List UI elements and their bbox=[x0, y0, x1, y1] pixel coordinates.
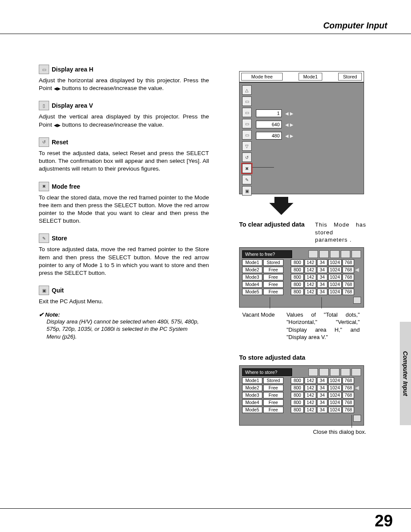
cell-total-dots: 800 bbox=[291, 259, 303, 266]
clear-heading-row: To clear adjusted data This Mode has sto… bbox=[239, 221, 366, 244]
text-part: buttons to decrease/increase the value. bbox=[61, 121, 164, 128]
osd-tab-bar: Mode free Mode1 Stored bbox=[239, 71, 364, 82]
mode-free-icon[interactable]: ✖ bbox=[242, 164, 252, 173]
cell-mode: Mode2 bbox=[242, 267, 262, 273]
cell-display-h: 1024 bbox=[328, 281, 342, 288]
scroll-down-icon[interactable]: ▽ bbox=[242, 141, 252, 151]
clear-heading: To clear adjusted data bbox=[239, 221, 307, 228]
osd-value-row: 480 ◀ ▶ bbox=[256, 130, 361, 141]
close-icon[interactable] bbox=[353, 297, 361, 304]
cell-display-v: 768 bbox=[342, 407, 354, 413]
free-callouts: Vacant Mode Values of "Total dots," "Hor… bbox=[239, 311, 366, 341]
close-caption: Close this dialog box. bbox=[239, 428, 366, 436]
auto-pc-icon[interactable]: ▭ bbox=[242, 96, 252, 106]
cell-total-dots: 800 bbox=[291, 407, 303, 413]
cell-vertical: 34 bbox=[317, 407, 327, 413]
header-icon bbox=[308, 368, 318, 376]
cell-horizontal: 142 bbox=[305, 274, 316, 280]
header-icon bbox=[308, 250, 318, 258]
free-dialog: Where to free? Mode1Stored80014234102476… bbox=[239, 247, 364, 308]
left-arrow-icon: ◀ bbox=[54, 122, 57, 128]
cell-total-dots: 800 bbox=[291, 281, 303, 288]
cell-display-v: 768 bbox=[342, 281, 354, 288]
top-rule bbox=[0, 34, 411, 34]
value-arrows-icon[interactable]: ◀ ▶ bbox=[285, 122, 293, 127]
left-column: ▭ Display area H Adjust the horizontal a… bbox=[39, 65, 209, 340]
osd-tab-stored[interactable]: Stored bbox=[338, 73, 362, 81]
cell-horizontal: 142 bbox=[305, 392, 316, 398]
cell-vertical: 34 bbox=[317, 259, 327, 266]
cell-mode: Mode3 bbox=[242, 274, 262, 280]
cell-display-h: 1024 bbox=[328, 274, 342, 280]
close-icon[interactable] bbox=[353, 415, 361, 422]
store-heading: To store adjusted data bbox=[239, 354, 366, 361]
section-body-store: To store adjusted data, move the red fra… bbox=[39, 246, 209, 277]
side-tab-label: Computer Input bbox=[402, 351, 409, 396]
display-v-icon[interactable]: ▭ bbox=[242, 119, 252, 128]
store-icon[interactable]: ✎ bbox=[242, 175, 252, 184]
reset-icon: ↺ bbox=[39, 137, 49, 147]
cell-display-h: 1024 bbox=[328, 392, 342, 398]
left-arrow-icon: ◀ bbox=[54, 86, 57, 92]
cell-total-dots: 800 bbox=[291, 267, 303, 273]
value-arrows-icon[interactable]: ◀ ▶ bbox=[285, 111, 293, 116]
cell-status: Free bbox=[263, 289, 283, 295]
cell-total-dots: 800 bbox=[291, 399, 303, 406]
text-part: buttons to decrease/increase the value. bbox=[61, 85, 164, 91]
cell-display-v: 768 bbox=[342, 377, 354, 384]
section-title: Reset bbox=[52, 139, 68, 146]
table-row[interactable]: Mode5Free800142341024768 bbox=[242, 289, 361, 295]
clamp-icon[interactable]: ▭ bbox=[242, 130, 252, 140]
reset-icon[interactable]: ↺ bbox=[242, 152, 252, 162]
cell-mode: Mode5 bbox=[242, 407, 262, 413]
table-row[interactable]: Mode2Free800142341024768◀ bbox=[242, 385, 361, 391]
cell-status: Stored bbox=[263, 377, 283, 384]
quit-icon[interactable]: ▣ bbox=[242, 186, 252, 196]
value-arrows-icon[interactable]: ◀ ▶ bbox=[285, 134, 293, 138]
osd-value-1[interactable]: 1 bbox=[256, 109, 282, 117]
bottom-rule bbox=[0, 508, 411, 509]
cell-status: Free bbox=[263, 274, 283, 280]
cell-total-dots: 800 bbox=[291, 392, 303, 398]
section-body-display-h: Adjust the horizontal area displayed by … bbox=[39, 77, 209, 92]
cell-vertical: 34 bbox=[317, 385, 327, 391]
right-arrow-icon: ▶ bbox=[57, 86, 61, 92]
flow-arrow-icon bbox=[269, 203, 293, 215]
table-row[interactable]: Mode3Free800142341024768 bbox=[242, 274, 361, 280]
section-body-mode-free: To clear the stored data, move the red f… bbox=[39, 194, 209, 225]
right-arrow-icon: ▶ bbox=[57, 122, 61, 128]
page-number: 29 bbox=[375, 512, 393, 530]
dialog-title: Where to free? bbox=[242, 250, 292, 258]
header-icon bbox=[352, 368, 361, 376]
header-icon bbox=[319, 250, 329, 258]
section-header-display-v: ▯ Display area V bbox=[39, 101, 209, 110]
osd-tab-mode1[interactable]: Mode1 bbox=[299, 73, 322, 81]
header-icon bbox=[330, 250, 339, 258]
cell-mode: Mode1 bbox=[242, 259, 262, 266]
table-row[interactable]: Mode1Stored800142341024768 bbox=[242, 377, 361, 384]
section-header-quit: ▣ Quit bbox=[39, 286, 209, 295]
table-row[interactable]: Mode5Free800142341024768 bbox=[242, 407, 361, 413]
cell-display-v: 768 bbox=[342, 267, 354, 273]
display-h-icon[interactable]: ▭ bbox=[242, 108, 252, 117]
osd-value-row: 640 ◀ ▶ bbox=[256, 119, 361, 130]
cell-horizontal: 142 bbox=[305, 267, 316, 273]
header-icon bbox=[341, 368, 350, 376]
osd-tab-mode-free[interactable]: Mode free bbox=[241, 73, 283, 81]
table-row[interactable]: Mode2Free800142341024768◀ bbox=[242, 267, 361, 273]
cell-display-v: 768 bbox=[342, 392, 354, 398]
page-title: Computer Input bbox=[323, 21, 387, 31]
cell-horizontal: 142 bbox=[305, 407, 316, 413]
osd-value-2[interactable]: 640 bbox=[256, 121, 282, 128]
scroll-up-icon[interactable]: △ bbox=[242, 85, 252, 95]
osd-value-3[interactable]: 480 bbox=[256, 132, 282, 140]
osd-values: 1 ◀ ▶ 640 ◀ ▶ 480 ◀ ▶ bbox=[256, 85, 361, 141]
values-label: Values of "Total dots," "Horizontal," "V… bbox=[286, 311, 360, 341]
table-row[interactable]: Mode3Free800142341024768 bbox=[242, 392, 361, 398]
table-row[interactable]: Mode4Free800142341024768 bbox=[242, 399, 361, 406]
dialog-header-icons bbox=[308, 368, 361, 376]
cell-vertical: 34 bbox=[317, 267, 327, 273]
table-row[interactable]: Mode1Stored800142341024768 bbox=[242, 259, 361, 266]
table-row[interactable]: Mode4Free800142341024768 bbox=[242, 281, 361, 288]
note-body: Display area (H/V) cannot be selected wh… bbox=[47, 318, 202, 341]
